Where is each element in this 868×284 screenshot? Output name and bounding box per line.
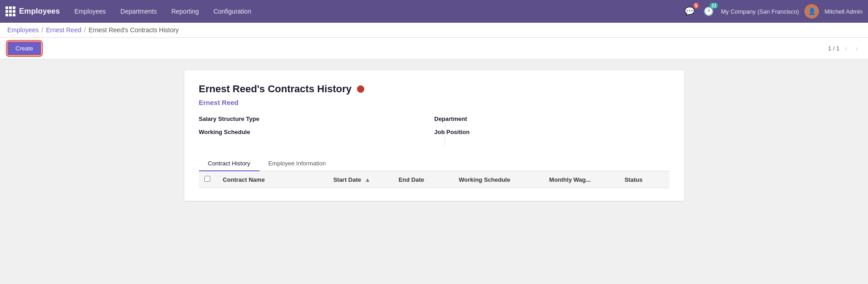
table-header: Contract Name Start Date ▲ End Date Work…	[199, 171, 670, 188]
field-working-schedule: Working Schedule	[199, 129, 434, 135]
field-department: Department	[434, 115, 670, 122]
col-header-end-date: End Date	[393, 171, 453, 188]
breadcrumb: Employees / Ernest Reed / Ernest Reed's …	[0, 23, 868, 38]
create-button[interactable]: Create	[7, 41, 41, 55]
prev-page-button[interactable]: ‹	[842, 44, 850, 54]
col-header-contract-name: Contract Name	[217, 171, 327, 188]
working-schedule-label: Working Schedule	[199, 129, 272, 135]
pagination: 1 / 1 ‹ ›	[828, 44, 861, 54]
grid-icon	[5, 6, 15, 16]
nav-reporting[interactable]: Reporting	[164, 0, 206, 23]
fields-right: Department Job Position	[434, 115, 670, 145]
sort-icon-start-date: ▲	[365, 176, 371, 183]
col-header-status: Status	[619, 171, 670, 188]
messages-badge: 5	[693, 3, 699, 9]
fields-left: Salary Structure Type Working Schedule	[199, 115, 434, 145]
toolbar: Create 1 / 1 ‹ ›	[0, 38, 868, 60]
breadcrumb-employees[interactable]: Employees	[7, 26, 39, 34]
record-card: Ernest Reed's Contracts History Ernest R…	[184, 70, 684, 201]
nav-configuration[interactable]: Configuration	[206, 0, 258, 23]
employee-link[interactable]: Ernest Reed	[199, 99, 670, 106]
topbar-right: 💬 5 🕐 22 My Company (San Francisco) 👤 Mi…	[683, 4, 863, 19]
app-logo[interactable]: Employees	[5, 6, 60, 16]
company-selector[interactable]: My Company (San Francisco)	[721, 8, 799, 15]
col-header-start-date[interactable]: Start Date ▲	[328, 171, 393, 188]
contract-table: Contract Name Start Date ▲ End Date Work…	[199, 171, 670, 188]
main-content: Ernest Reed's Contracts History Ernest R…	[0, 60, 868, 283]
field-job-position: Job Position	[434, 129, 670, 135]
chat-icon: 💬	[684, 6, 694, 16]
messages-button[interactable]: 💬 5	[683, 5, 696, 18]
pagination-info: 1 / 1	[828, 45, 839, 52]
topbar: Employees Employees Departments Reportin…	[0, 0, 868, 23]
department-label: Department	[434, 115, 507, 122]
job-position-label: Job Position	[434, 129, 507, 135]
tabs-row: Contract History Employee Information	[199, 156, 670, 171]
breadcrumb-ernest-reed[interactable]: Ernest Reed	[46, 26, 81, 34]
select-all-checkbox[interactable]	[204, 176, 210, 182]
activities-badge: 22	[709, 3, 718, 9]
nav-employees[interactable]: Employees	[67, 0, 113, 23]
col-header-working-schedule: Working Schedule	[453, 171, 544, 188]
record-title: Ernest Reed's Contracts History	[199, 83, 352, 95]
nav-departments[interactable]: Departments	[113, 0, 164, 23]
col-header-checkbox[interactable]	[199, 171, 218, 188]
activities-button[interactable]: 🕐 22	[702, 5, 715, 18]
top-nav: Employees Departments Reporting Configur…	[67, 0, 683, 23]
tab-contract-history[interactable]: Contract History	[199, 156, 259, 171]
status-dot	[357, 85, 364, 93]
avatar: 👤	[804, 4, 819, 19]
col-header-monthly-wage: Monthly Wag...	[544, 171, 619, 188]
salary-structure-label: Salary Structure Type	[199, 115, 272, 122]
fields-section: Salary Structure Type Working Schedule D…	[199, 115, 670, 145]
app-name: Employees	[19, 7, 60, 16]
next-page-button[interactable]: ›	[853, 44, 861, 54]
record-title-row: Ernest Reed's Contracts History	[199, 83, 670, 95]
field-salary-structure: Salary Structure Type	[199, 115, 434, 122]
breadcrumb-current: Ernest Reed's Contracts History	[89, 26, 179, 34]
user-menu[interactable]: Mitchell Admin	[824, 8, 863, 15]
tab-employee-info[interactable]: Employee Information	[259, 156, 335, 171]
